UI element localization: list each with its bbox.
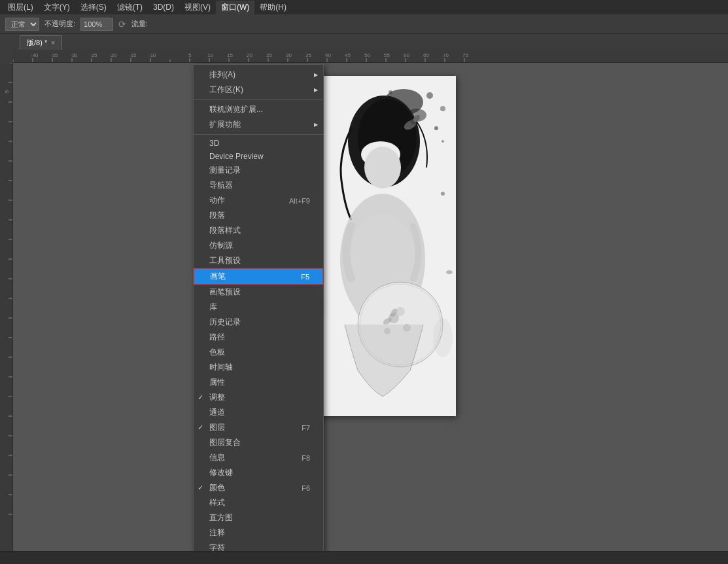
svg-text:5: 5: [188, 52, 192, 58]
content-area: -40 -35 -30 -25 -20 -15 -10 5 10 15 20 2…: [0, 50, 728, 551]
vertical-ruler: 5: [0, 63, 13, 551]
menu-help[interactable]: 帮助(H): [254, 1, 292, 14]
menu-item-tool-presets[interactable]: 工具预设: [194, 253, 323, 268]
menu-3d[interactable]: 3D(D): [148, 1, 179, 13]
menu-item-notes[interactable]: 注释: [194, 525, 323, 540]
menu-item-clone-source[interactable]: 仿制源: [194, 238, 323, 253]
menu-item-paths[interactable]: 路径: [194, 330, 323, 345]
menu-item-3d[interactable]: 3D: [194, 137, 323, 150]
svg-text:5: 5: [4, 90, 10, 93]
document-tab[interactable]: 版/8) * ×: [20, 35, 62, 50]
svg-point-83: [364, 147, 401, 188]
tab-bar: 版/8) * ×: [0, 34, 728, 50]
svg-point-96: [434, 126, 438, 130]
horizontal-ruler: -40 -35 -30 -25 -20 -15 -10 5 10 15 20 2…: [13, 50, 728, 63]
svg-point-97: [442, 140, 444, 143]
menu-item-histogram[interactable]: 直方图: [194, 510, 323, 525]
layers-shortcut: F7: [282, 424, 310, 432]
menu-item-brush[interactable]: 画笔 F5: [194, 268, 323, 285]
svg-text:-35: -35: [50, 52, 58, 58]
menu-item-channels[interactable]: 通道: [194, 405, 323, 420]
svg-text:70: 70: [443, 52, 449, 58]
svg-text:60: 60: [404, 52, 409, 58]
menu-item-character[interactable]: 字符: [194, 540, 323, 551]
svg-text:35: 35: [305, 52, 311, 58]
menu-item-properties[interactable]: 属性: [194, 375, 323, 390]
menu-item-library[interactable]: 库: [194, 300, 323, 315]
tab-close-button[interactable]: ×: [51, 39, 55, 46]
svg-text:25: 25: [266, 52, 272, 58]
menu-item-navigator[interactable]: 导航器: [194, 178, 323, 193]
svg-text:-10: -10: [148, 52, 156, 58]
svg-point-91: [396, 307, 405, 316]
svg-text:-15: -15: [129, 52, 137, 58]
svg-rect-47: [0, 63, 13, 551]
statusbar: [0, 551, 728, 564]
options-toolbar: 正常 不透明度: ⟳ 流量:: [0, 14, 728, 34]
menu-text[interactable]: 文字(Y): [39, 1, 75, 14]
menu-item-device-preview[interactable]: Device Preview: [194, 150, 323, 163]
opacity-icon: ⟳: [118, 19, 126, 29]
menu-item-extensions[interactable]: 扩展功能: [194, 117, 323, 132]
svg-text:45: 45: [345, 52, 351, 58]
color-shortcut: F6: [282, 484, 310, 492]
brush-shortcut: F5: [281, 273, 309, 281]
info-shortcut: F8: [282, 454, 310, 462]
separator-2: [194, 134, 323, 135]
menu-layer[interactable]: 图层(L): [3, 1, 39, 14]
svg-text:-40: -40: [31, 52, 39, 58]
svg-text:75: 75: [462, 52, 468, 58]
svg-text:50: 50: [364, 52, 370, 58]
svg-rect-0: [13, 50, 728, 63]
menu-item-paragraph[interactable]: 段落: [194, 208, 323, 223]
layers-check: ✓: [198, 423, 203, 432]
menubar: 图层(L) 文字(Y) 选择(S) 滤镜(T) 3D(D) 视图(V) 窗口(W…: [0, 0, 728, 14]
svg-text:10: 10: [207, 52, 213, 58]
svg-text:-30: -30: [70, 52, 78, 58]
svg-text:40: 40: [325, 52, 331, 58]
app-window: 图层(L) 文字(Y) 选择(S) 滤镜(T) 3D(D) 视图(V) 窗口(W…: [0, 0, 728, 564]
svg-text:15: 15: [227, 52, 233, 58]
svg-point-77: [389, 90, 392, 94]
menu-item-color-swatch[interactable]: 色板: [194, 345, 323, 360]
menu-select[interactable]: 选择(S): [75, 1, 112, 14]
menu-item-info[interactable]: 信息 F8: [194, 450, 323, 465]
svg-text:30: 30: [286, 52, 292, 58]
menu-item-layer-comps[interactable]: 图层复合: [194, 435, 323, 450]
menu-item-browse[interactable]: 联机浏览扩展...: [194, 102, 323, 117]
svg-text:65: 65: [423, 52, 429, 58]
menu-item-modifier-keys[interactable]: 修改键: [194, 465, 323, 480]
svg-text:-20: -20: [109, 52, 117, 58]
menu-view[interactable]: 视图(V): [179, 1, 216, 14]
adjustments-check: ✓: [198, 393, 203, 402]
svg-text:55: 55: [384, 52, 390, 58]
flow-label: 流量:: [131, 19, 148, 29]
menu-item-layers[interactable]: ✓ 图层 F7: [194, 420, 323, 435]
menu-item-measure-log[interactable]: 测量记录: [194, 163, 323, 178]
svg-point-76: [426, 92, 433, 99]
menu-item-workspace[interactable]: 工作区(K): [194, 82, 323, 97]
opacity-input[interactable]: [80, 18, 113, 31]
svg-point-103: [441, 192, 445, 196]
menu-item-adjustments[interactable]: ✓ 调整: [194, 390, 323, 405]
menu-item-color[interactable]: ✓ 颜色 F6: [194, 480, 323, 495]
opacity-label: 不透明度:: [44, 19, 75, 29]
svg-point-104: [446, 270, 453, 274]
menu-filter[interactable]: 滤镜(T): [112, 1, 148, 14]
svg-text:-25: -25: [90, 52, 97, 58]
menu-item-paragraph-styles[interactable]: 段落样式: [194, 223, 323, 238]
ruler-v-svg: 5: [0, 63, 13, 551]
menu-window[interactable]: 窗口(W): [216, 1, 254, 14]
menu-item-brush-presets[interactable]: 画笔预设: [194, 285, 323, 300]
tab-label: 版/8) *: [27, 38, 47, 48]
ruler-h-svg: -40 -35 -30 -25 -20 -15 -10 5 10 15 20 2…: [13, 50, 728, 63]
svg-point-78: [440, 106, 445, 111]
mode-select[interactable]: 正常: [5, 18, 39, 31]
menu-item-history[interactable]: 历史记录: [194, 315, 323, 330]
menu-item-timeline[interactable]: 时间轴: [194, 360, 323, 375]
menu-item-styles[interactable]: 样式: [194, 495, 323, 510]
menu-item-actions[interactable]: 动作 Alt+F9: [194, 193, 323, 208]
menu-item-arrange[interactable]: 排列(A): [194, 67, 323, 82]
separator-1: [194, 99, 323, 100]
svg-point-106: [433, 318, 453, 357]
